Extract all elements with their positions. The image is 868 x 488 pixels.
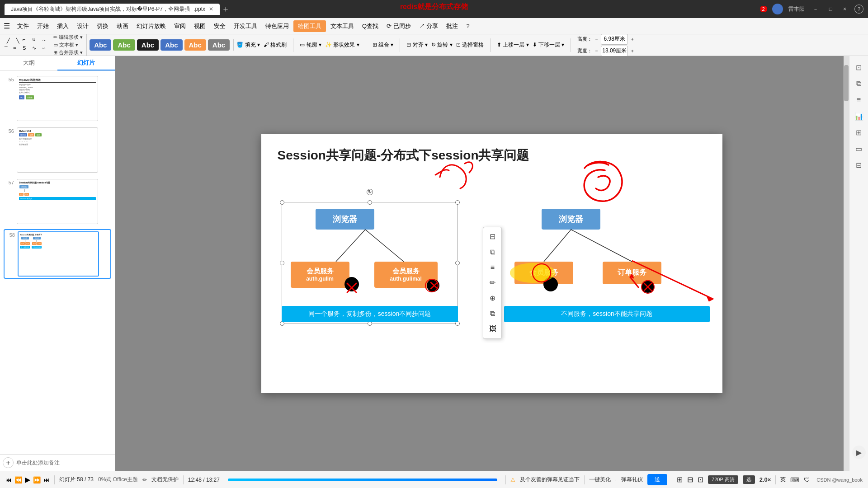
outline-btn[interactable]: ▭ 轮廓 ▾ <box>300 41 321 49</box>
merge-shape-btn[interactable]: ⊞ 合并形状 ▾ <box>53 49 83 56</box>
rside-icon1[interactable]: ⊡ <box>852 61 866 74</box>
squiggle-tool[interactable]: ∽ <box>42 45 51 53</box>
elbow-tool[interactable]: ⌐ <box>23 37 32 45</box>
style-orange-btn[interactable]: Abc <box>184 39 206 51</box>
lang-btn[interactable]: 英 <box>780 476 786 483</box>
rside-icon3[interactable]: ≡ <box>852 93 866 107</box>
menu-drawtool[interactable]: 绘图工具 <box>293 20 326 32</box>
menu-comment[interactable]: 批注 <box>443 20 462 32</box>
view-normal-btn[interactable]: ⊡ <box>698 475 703 484</box>
tab-slides[interactable]: 幻灯片 <box>57 56 115 70</box>
win-max-btn[interactable]: □ <box>826 6 835 12</box>
line2-tool[interactable]: ╲ <box>13 37 22 45</box>
add-slide-btn[interactable]: ＋ <box>3 457 14 468</box>
float-layers-btn[interactable]: ⧉ <box>486 245 500 259</box>
menu-animation[interactable]: 动画 <box>113 20 132 32</box>
style-blue2-btn[interactable]: Abc <box>160 39 182 51</box>
rside-icon6[interactable]: ▭ <box>852 142 866 155</box>
menu-icon[interactable]: ☰ <box>4 22 10 30</box>
help-btn[interactable]: ? <box>854 5 863 14</box>
rotate-btn[interactable]: ↻ 旋转 ▾ <box>431 41 453 49</box>
format-brush-btn[interactable]: 🖌 格式刷 <box>264 41 287 49</box>
curve2-tool[interactable]: ≈ <box>13 45 22 53</box>
width-input[interactable] <box>601 46 628 56</box>
scrollbar-thumb[interactable] <box>844 65 849 101</box>
select-btn[interactable]: 选 <box>743 475 755 484</box>
keyboard-icon[interactable]: ⌨ <box>790 476 799 483</box>
play-prev-btn[interactable]: ⏪ <box>14 476 22 483</box>
slide-canvas[interactable]: Session共享问题-分布式下session共享问题 ↻ 浏览器 <box>261 134 722 393</box>
menu-design[interactable]: 设计 <box>73 20 92 32</box>
vertical-scrollbar[interactable] <box>844 56 849 471</box>
s-tool[interactable]: S <box>23 45 32 53</box>
user-avatar[interactable] <box>772 4 783 14</box>
style-dark-btn[interactable]: Abc <box>137 39 159 51</box>
send-btn[interactable]: 送 <box>647 474 667 485</box>
play-btn[interactable]: ▶ <box>25 475 30 484</box>
win-close-btn[interactable]: × <box>840 6 849 12</box>
view-grid-btn[interactable]: ⊞ <box>677 475 683 484</box>
rside-icon2[interactable]: ⧉ <box>852 77 866 90</box>
ceremony-btn[interactable]: 弹幕礼仪 <box>621 476 643 483</box>
rotate-handle[interactable]: ↻ <box>367 189 373 195</box>
slide-item-57[interactable]: 57 Session共享问题-session问题 浏览器 会员 订单 <box>4 178 111 225</box>
menu-file[interactable]: 文件 <box>14 20 33 32</box>
style-blue-btn[interactable]: Abc <box>90 39 111 51</box>
next-btn[interactable]: ⏭ <box>43 476 50 483</box>
style-green-btn[interactable]: Abc <box>113 39 135 51</box>
float-pen-btn[interactable]: ✏ <box>486 276 500 290</box>
float-minus-btn[interactable]: ⊟ <box>486 230 500 244</box>
float-plus-btn[interactable]: ⊕ <box>486 291 500 305</box>
line-tool[interactable]: ╱ <box>4 37 13 45</box>
menu-security[interactable]: 安全 <box>210 20 229 32</box>
rside-icon7[interactable]: ⊟ <box>852 158 866 172</box>
height-input[interactable] <box>601 34 628 45</box>
arc-tool[interactable]: ∪ <box>32 37 41 45</box>
quality-btn[interactable]: 720P 高清 <box>708 475 738 484</box>
float-copy-btn[interactable]: ⧉ <box>486 306 500 321</box>
rside-play-btn[interactable]: ▶ <box>852 446 866 459</box>
tab-outline[interactable]: 大纲 <box>0 56 57 70</box>
float-stack-btn[interactable]: ≡ <box>486 260 500 275</box>
rside-icon5[interactable]: ⊞ <box>852 126 866 139</box>
select-pane-btn[interactable]: ⊡ 选择窗格 <box>456 41 484 49</box>
fill-btn[interactable]: 🪣 填充 ▾ <box>236 41 260 49</box>
float-image-btn[interactable]: 🖼 <box>486 322 500 336</box>
slide-item-55[interactable]: 55 MQ&MQ消息推送 MQ消息中间件RabbitMQ, Kafka消息队列机… <box>4 75 111 122</box>
slide-item-56[interactable]: 56 OAuth2.0 授权码 令牌 刷新 第三方授权流程 ← → ← → 资源… <box>4 126 111 174</box>
menu-review[interactable]: 审阅 <box>170 20 189 32</box>
height-minus[interactable]: － <box>594 36 599 42</box>
menu-switch[interactable]: 切换 <box>93 20 112 32</box>
wave-tool[interactable]: ∿ <box>32 45 41 53</box>
prev-btn[interactable]: ⏮ <box>5 476 12 483</box>
group-btn[interactable]: ⊞ 组合 ▾ <box>373 41 394 49</box>
menu-devtools[interactable]: 开发工具 <box>230 20 261 32</box>
freeform-tool[interactable]: ～ <box>42 37 51 45</box>
style-gray-btn[interactable]: Abc <box>208 39 230 51</box>
menu-view[interactable]: 视图 <box>190 20 209 32</box>
align-btn[interactable]: ⊟ 对齐 ▾ <box>406 41 428 49</box>
progress-bar[interactable] <box>228 479 497 481</box>
effect-btn[interactable]: ✨ 形状效果 ▾ <box>325 41 359 49</box>
menu-special[interactable]: 特色应用 <box>262 20 292 32</box>
add-tab-button[interactable]: ＋ <box>222 4 230 14</box>
view-list-btn[interactable]: ⊟ <box>687 475 693 484</box>
curve-tool[interactable]: ⌒ <box>4 45 13 53</box>
menu-home[interactable]: 开始 <box>33 20 52 32</box>
menu-search[interactable]: Q查找 <box>359 20 382 32</box>
menu-texttool[interactable]: 文本工具 <box>327 20 358 32</box>
menu-insert[interactable]: 插入 <box>53 20 72 32</box>
menu-sync[interactable]: ⟳ 已同步 <box>383 20 415 32</box>
rside-icon4[interactable]: 📊 <box>852 109 866 123</box>
win-min-btn[interactable]: － <box>810 5 821 13</box>
slide-item-58[interactable]: 58 Session共享问题-分布式下 浏览器 会员 会员 <box>4 229 111 279</box>
menu-share[interactable]: ↗ 分享 <box>415 20 442 32</box>
width-minus[interactable]: － <box>594 47 599 54</box>
beautify-btn[interactable]: 一键美化 <box>589 476 611 483</box>
up-layer-btn[interactable]: ⬆ 上移一层 ▾ <box>497 41 529 49</box>
play-next-btn[interactable]: ⏩ <box>33 476 41 483</box>
down-layer-btn[interactable]: ⬇ 下移一层 ▾ <box>533 41 565 49</box>
menu-help[interactable]: ? <box>462 21 473 31</box>
textbox-btn[interactable]: ▭ 文本框 ▾ <box>53 42 83 48</box>
document-tab[interactable]: Java项目《谷粒商城》架构师级Java项目实战，对标�里P6-P7，全网最强 … <box>5 4 220 15</box>
